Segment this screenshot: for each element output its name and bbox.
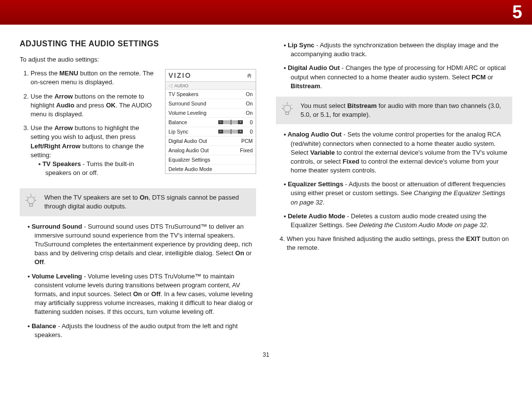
page-number: 31 (0, 351, 532, 358)
menu-row: TV SpeakersOn (166, 90, 256, 99)
svg-line-3 (34, 197, 35, 198)
menu-row-label: Lip Sync (168, 129, 188, 135)
menu-breadcrumb: ◁ AUDIO (166, 82, 256, 90)
steps-list-cont: When you have finished adjusting the aud… (287, 235, 512, 252)
menu-row-value: Fixed (240, 147, 253, 153)
lightbulb-icon (25, 194, 37, 211)
chapter-header: 5 (0, 0, 532, 25)
bullet-surround: Surround Sound - Surround sound uses DTS… (34, 222, 256, 267)
svg-point-7 (284, 105, 291, 112)
menu-row: Balance−+0 (166, 118, 256, 127)
menu-row-label: Equalizer Settings (168, 157, 210, 163)
menu-row: Digital Audio OutPCM (166, 137, 256, 146)
slider-control: −+ (218, 120, 243, 124)
menu-rows: TV SpeakersOnSurround SoundOnVolume Leve… (166, 90, 256, 173)
menu-row-value: On (246, 91, 253, 97)
intro-text: To adjust the audio settings: (20, 55, 256, 64)
svg-line-2 (27, 197, 28, 198)
menu-row: Surround SoundOn (166, 99, 256, 108)
column-left: ADJUSTING THE AUDIO SETTINGS To adjust t… (20, 39, 256, 344)
page-content: ADJUSTING THE AUDIO SETTINGS To adjust t… (0, 25, 532, 349)
menu-row-label: Digital Audio Out (168, 138, 207, 144)
menu-row-value: PCM (241, 138, 253, 144)
bullet-lipsync: Lip Sync - Adjusts the synchronization b… (291, 41, 512, 59)
brand-logo: VIZIO (168, 71, 192, 79)
bullet-analog-audio-out: Analog Audio Out - Sets the volume contr… (291, 130, 512, 175)
menu-row-value: On (246, 110, 253, 116)
menu-row-value: −+0 (218, 119, 253, 125)
menu-row-label: Delete Audio Mode (168, 166, 212, 172)
bullet-delete-audio-mode: Delete Audio Mode - Deletes a custom aud… (291, 212, 512, 230)
svg-line-9 (283, 105, 284, 106)
settings-bullets-4: Analog Audio Out - Sets the volume contr… (291, 130, 512, 230)
menu-row-label: Balance (168, 119, 187, 125)
bullet-equalizer: Equalizer Settings - Adjusts the boost o… (291, 180, 512, 207)
menu-row: Equalizer Settings (166, 155, 256, 165)
menu-row: Volume LevelingOn (166, 108, 256, 118)
home-icon (246, 72, 253, 78)
back-icon: ◁ (168, 83, 172, 88)
svg-rect-6 (30, 204, 33, 206)
svg-point-0 (28, 197, 34, 204)
menu-row-value: −+0 (218, 129, 253, 135)
bullet-volume-leveling: Volume Leveling - Volume leveling uses D… (34, 272, 256, 317)
column-right: Lip Sync - Adjusts the synchronization b… (276, 39, 512, 344)
step-4: When you have finished adjusting the aud… (287, 235, 512, 252)
audio-menu-mock: VIZIO ◁ AUDIO TV SpeakersOnSurround Soun… (165, 69, 256, 174)
lightbulb-icon (281, 102, 294, 119)
svg-rect-13 (286, 112, 289, 115)
menu-crumb-label: AUDIO (174, 83, 189, 88)
menu-row-label: Surround Sound (168, 101, 206, 106)
bullet-digital-audio-out: Digital Audio Out - Changes the type of … (291, 64, 512, 91)
menu-row: Lip Sync−+0 (166, 127, 256, 137)
note-dts: When the TV speakers are set to On, DTS … (20, 188, 256, 216)
chapter-number: 5 (512, 2, 522, 23)
section-heading: ADJUSTING THE AUDIO SETTINGS (20, 39, 256, 48)
menu-row-label: TV Speakers (168, 91, 199, 97)
svg-line-10 (290, 105, 292, 106)
menu-row-label: Analog Audio Out (168, 147, 209, 153)
slider-control: −+ (218, 130, 243, 134)
settings-bullets-3: Lip Sync - Adjusts the synchronization b… (291, 41, 512, 91)
menu-header: VIZIO (166, 69, 256, 82)
bullet-balance: Balance - Adjusts the loudness of the au… (34, 322, 256, 340)
settings-bullets-2: Surround Sound - Surround sound uses DTS… (34, 222, 256, 340)
menu-row: Analog Audio OutFixed (166, 146, 256, 155)
menu-row-label: Volume Leveling (168, 110, 206, 116)
note-bitstream: You must select Bitstream for audio with… (276, 97, 512, 124)
menu-row-value: On (246, 101, 253, 106)
menu-row: Delete Audio Mode (166, 165, 256, 173)
